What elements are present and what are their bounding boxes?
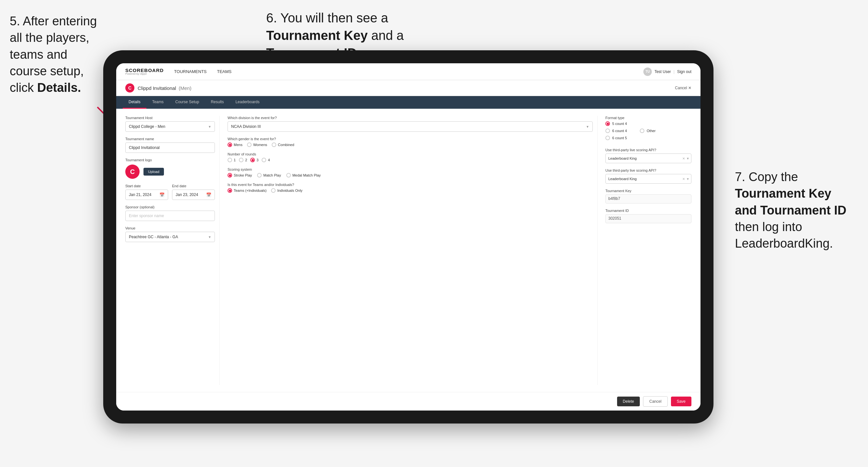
gender-mens[interactable]: Mens xyxy=(227,143,243,147)
api1-label: Use third-party live scoring API? xyxy=(606,148,691,152)
division-label: Which division is the event for? xyxy=(227,116,593,120)
sponsor-input[interactable] xyxy=(125,211,215,221)
brand-name: SCOREBOARD xyxy=(125,68,164,73)
calendar-icon-end: 📅 xyxy=(206,192,211,197)
tournament-host-select[interactable]: Clippd College - Men ▼ xyxy=(125,121,215,132)
tab-teams[interactable]: Teams xyxy=(146,96,169,109)
rounds-group: Number of rounds 1 2 xyxy=(227,152,593,162)
division-group: Which division is the event for? NCAA Di… xyxy=(227,116,593,132)
api2-input[interactable] xyxy=(606,174,691,184)
nav-link-teams[interactable]: TEAMS xyxy=(217,69,232,74)
rounds-4[interactable]: 4 xyxy=(261,158,270,162)
nav-username: Test User xyxy=(654,69,671,74)
tab-leaderboards[interactable]: Leaderboards xyxy=(229,96,265,109)
gender-combined[interactable]: Combined xyxy=(272,143,294,147)
venue-label: Venue xyxy=(125,226,215,230)
radio-other-outer xyxy=(640,128,644,133)
brand-logo: SCOREBOARD Powered by clippd xyxy=(125,68,164,75)
format-5count4[interactable]: 5 count 4 xyxy=(606,121,691,126)
tournament-key-group: Tournament Key b4f8b7 xyxy=(606,189,691,204)
scoring-match[interactable]: Match Play xyxy=(257,173,281,178)
tournament-id-label: Tournament ID xyxy=(606,209,691,213)
radio-5c4-outer xyxy=(606,121,610,126)
rounds-2[interactable]: 2 xyxy=(239,158,247,162)
scoring-medal[interactable]: Medal Match Play xyxy=(286,173,321,178)
save-button[interactable]: Save xyxy=(671,397,691,406)
radio-mens-outer xyxy=(227,143,232,147)
division-select[interactable]: NCAA Division III ▼ xyxy=(227,121,593,132)
form-col-2: Which division is the event for? NCAA Di… xyxy=(219,116,597,385)
radio-r2-outer xyxy=(239,158,244,162)
upload-button[interactable]: Upload xyxy=(144,168,164,176)
format-6count4[interactable]: 6 count 4 xyxy=(606,128,627,133)
venue-group: Venue Peachtree GC - Atlanta - GA ▼ xyxy=(125,226,215,242)
radio-teams-outer xyxy=(227,188,232,193)
teams-individuals-group: Is this event for Teams and/or Individua… xyxy=(227,183,593,193)
radio-r4-outer xyxy=(261,158,266,162)
individuals-option[interactable]: Individuals Only xyxy=(271,188,303,193)
tab-details[interactable]: Details xyxy=(123,96,146,109)
delete-button[interactable]: Delete xyxy=(617,397,640,406)
start-date-input[interactable]: Jan 21, 2024 📅 xyxy=(125,189,168,200)
brand-sub: Powered by clippd xyxy=(125,73,164,75)
end-date-input[interactable]: Jan 23, 2024 📅 xyxy=(172,189,215,200)
cancel-button-footer[interactable]: Cancel xyxy=(643,396,668,407)
tournament-id-group: Tournament ID 302051 xyxy=(606,209,691,223)
rounds-3[interactable]: 3 xyxy=(250,158,258,162)
chevron-down-icon-division: ▼ xyxy=(586,125,589,128)
form-body: Tournament Host Clippd College - Men ▼ T… xyxy=(116,109,701,392)
tournament-logo-group: Tournament logo C Upload xyxy=(125,158,215,179)
scoring-group: Scoring system Stroke Play Match Play xyxy=(227,167,593,178)
radio-stroke-inner xyxy=(229,174,231,177)
tab-results[interactable]: Results xyxy=(205,96,229,109)
top-nav: SCOREBOARD Powered by clippd TOURNAMENTS… xyxy=(116,63,701,80)
calendar-icon: 📅 xyxy=(159,192,164,197)
logo-upload-area: C Upload xyxy=(125,164,215,179)
api2-clear-icon[interactable]: ✕ xyxy=(682,177,685,181)
venue-select[interactable]: Peachtree GC - Atlanta - GA ▼ xyxy=(125,232,215,242)
nav-user: TU Test User | Sign out xyxy=(643,67,691,76)
tab-bar: Details Teams Course Setup Results Leade… xyxy=(116,96,701,109)
api1-clear-icon[interactable]: ✕ xyxy=(682,157,685,160)
cancel-button-header[interactable]: Cancel ✕ xyxy=(675,86,691,90)
nav-link-tournaments[interactable]: TOURNAMENTS xyxy=(174,69,207,74)
nav-avatar: TU xyxy=(643,67,652,76)
scoring-label: Scoring system xyxy=(227,167,593,172)
chevron-down-icon-api1: ▼ xyxy=(686,157,689,160)
radio-r1-outer xyxy=(227,158,232,162)
rounds-1[interactable]: 1 xyxy=(227,158,236,162)
page-title-area: C Clippd Invitational (Men) xyxy=(125,84,191,93)
tournament-id-value: 302051 xyxy=(606,214,691,223)
tournament-key-label: Tournament Key xyxy=(606,189,691,193)
tournament-name-group: Tournament name xyxy=(125,137,215,153)
format-type-group: Format type 5 count 4 6 count xyxy=(606,116,691,143)
tab-course-setup[interactable]: Course Setup xyxy=(169,96,205,109)
scoring-stroke[interactable]: Stroke Play xyxy=(227,173,252,178)
teams-radio-group: Teams (+Individuals) Individuals Only xyxy=(227,188,593,193)
api2-group: Use third-party live scoring API? ✕ ▼ xyxy=(606,168,691,184)
radio-womens-outer xyxy=(247,143,252,147)
rounds-radio-group: 1 2 3 xyxy=(227,158,593,162)
format-type-label: Format type xyxy=(606,116,691,120)
chevron-down-icon-api2: ▼ xyxy=(686,177,689,181)
api1-input[interactable] xyxy=(606,154,691,163)
sign-out-link[interactable]: Sign out xyxy=(677,69,691,74)
gender-radio-group: Mens Womens Combined xyxy=(227,143,593,147)
format-6count5[interactable]: 6 count 5 xyxy=(606,136,627,140)
sponsor-label: Sponsor (optional) xyxy=(125,205,215,209)
format-other[interactable]: Other xyxy=(640,128,656,133)
radio-r3-inner xyxy=(252,159,254,161)
form-col-3: Format type 5 count 4 6 count xyxy=(597,116,691,385)
radio-r3-outer xyxy=(250,158,255,162)
gender-womens[interactable]: Womens xyxy=(247,143,267,147)
tablet-frame: SCOREBOARD Powered by clippd TOURNAMENTS… xyxy=(103,50,713,424)
teams-option[interactable]: Teams (+Individuals) xyxy=(227,188,267,193)
tournament-name-label: Tournament name xyxy=(125,137,215,141)
radio-5c4-inner xyxy=(607,123,609,125)
tournament-name-input[interactable] xyxy=(125,143,215,153)
tournament-logo-label: Tournament logo xyxy=(125,158,215,162)
api2-wrap: ✕ ▼ xyxy=(606,174,691,184)
chevron-down-icon-venue: ▼ xyxy=(208,235,211,239)
radio-match-outer xyxy=(257,173,261,178)
radio-combined-outer xyxy=(272,143,276,147)
